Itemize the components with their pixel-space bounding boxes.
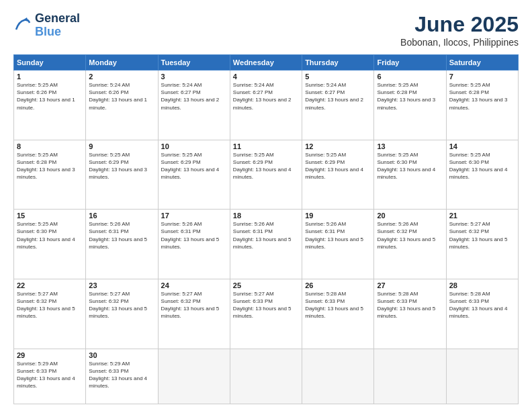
day-info: Sunrise: 5:25 AMSunset: 6:29 PMDaylight:… [305, 151, 371, 181]
calendar-table: Sunday Monday Tuesday Wednesday Thursday… [13, 54, 519, 404]
day-number: 20 [377, 212, 443, 220]
table-row [302, 349, 374, 404]
day-info: Sunrise: 5:24 AMSunset: 6:27 PMDaylight:… [305, 81, 371, 111]
header-sunday: Sunday [14, 55, 86, 71]
table-row: 23Sunrise: 5:27 AMSunset: 6:32 PMDayligh… [86, 279, 158, 349]
day-info: Sunrise: 5:25 AMSunset: 6:28 PMDaylight:… [377, 81, 443, 111]
table-row [374, 349, 446, 404]
table-row: 11Sunrise: 5:25 AMSunset: 6:29 PMDayligh… [230, 140, 302, 210]
table-row: 1Sunrise: 5:25 AMSunset: 6:26 PMDaylight… [14, 71, 86, 140]
table-row: 18Sunrise: 5:26 AMSunset: 6:31 PMDayligh… [230, 210, 302, 279]
table-row: 2Sunrise: 5:24 AMSunset: 6:26 PMDaylight… [86, 71, 158, 140]
header-monday: Monday [86, 55, 158, 71]
table-row: 24Sunrise: 5:27 AMSunset: 6:32 PMDayligh… [158, 279, 230, 349]
day-info: Sunrise: 5:27 AMSunset: 6:33 PMDaylight:… [233, 290, 299, 320]
day-number: 24 [161, 281, 227, 289]
day-number: 12 [305, 142, 371, 150]
table-row: 26Sunrise: 5:28 AMSunset: 6:33 PMDayligh… [302, 279, 374, 349]
day-number: 2 [89, 73, 154, 81]
day-info: Sunrise: 5:27 AMSunset: 6:32 PMDaylight:… [17, 290, 83, 320]
day-info: Sunrise: 5:25 AMSunset: 6:29 PMDaylight:… [233, 151, 299, 181]
logo-text: General Blue [35, 12, 80, 39]
calendar-week-row: 1Sunrise: 5:25 AMSunset: 6:26 PMDaylight… [14, 71, 519, 140]
day-number: 4 [233, 73, 299, 81]
header-tuesday: Tuesday [158, 55, 230, 71]
table-row: 17Sunrise: 5:26 AMSunset: 6:31 PMDayligh… [158, 210, 230, 279]
day-number: 17 [161, 212, 227, 220]
header: General Blue June 2025 Bobonan, Ilocos, … [13, 12, 519, 48]
day-number: 10 [161, 142, 227, 150]
table-row: 12Sunrise: 5:25 AMSunset: 6:29 PMDayligh… [302, 140, 374, 210]
table-row: 6Sunrise: 5:25 AMSunset: 6:28 PMDaylight… [374, 71, 446, 140]
day-number: 9 [89, 142, 154, 150]
day-info: Sunrise: 5:25 AMSunset: 6:30 PMDaylight:… [449, 151, 515, 181]
day-info: Sunrise: 5:25 AMSunset: 6:26 PMDaylight:… [17, 81, 83, 111]
day-number: 3 [161, 73, 227, 81]
day-number: 21 [449, 212, 515, 220]
day-number: 15 [17, 212, 83, 220]
calendar-week-row: 29Sunrise: 5:29 AMSunset: 6:33 PMDayligh… [14, 349, 519, 404]
day-info: Sunrise: 5:27 AMSunset: 6:32 PMDaylight:… [449, 220, 515, 250]
table-row: 5Sunrise: 5:24 AMSunset: 6:27 PMDaylight… [302, 71, 374, 140]
logo: General Blue [13, 12, 80, 39]
day-info: Sunrise: 5:25 AMSunset: 6:29 PMDaylight:… [161, 151, 227, 181]
table-row: 9Sunrise: 5:25 AMSunset: 6:29 PMDaylight… [86, 140, 158, 210]
table-row: 10Sunrise: 5:25 AMSunset: 6:29 PMDayligh… [158, 140, 230, 210]
logo-line2: Blue [35, 26, 80, 39]
title-block: June 2025 Bobonan, Ilocos, Philippines [400, 12, 519, 48]
logo-icon [13, 16, 32, 35]
day-info: Sunrise: 5:24 AMSunset: 6:27 PMDaylight:… [233, 81, 299, 111]
table-row: 22Sunrise: 5:27 AMSunset: 6:32 PMDayligh… [14, 279, 86, 349]
day-number: 29 [17, 351, 83, 359]
day-info: Sunrise: 5:26 AMSunset: 6:31 PMDaylight:… [89, 220, 154, 250]
table-row [158, 349, 230, 404]
day-number: 18 [233, 212, 299, 220]
table-row: 21Sunrise: 5:27 AMSunset: 6:32 PMDayligh… [446, 210, 518, 279]
table-row: 30Sunrise: 5:29 AMSunset: 6:33 PMDayligh… [86, 349, 158, 404]
svg-rect-0 [13, 16, 32, 35]
table-row: 15Sunrise: 5:25 AMSunset: 6:30 PMDayligh… [14, 210, 86, 279]
day-info: Sunrise: 5:27 AMSunset: 6:32 PMDaylight:… [161, 290, 227, 320]
table-row [446, 349, 518, 404]
day-info: Sunrise: 5:24 AMSunset: 6:26 PMDaylight:… [89, 81, 154, 111]
page: General Blue June 2025 Bobonan, Ilocos, … [0, 0, 532, 411]
day-info: Sunrise: 5:29 AMSunset: 6:33 PMDaylight:… [17, 360, 83, 390]
day-number: 5 [305, 73, 371, 81]
day-info: Sunrise: 5:26 AMSunset: 6:31 PMDaylight:… [161, 220, 227, 250]
day-number: 30 [89, 351, 154, 359]
weekday-header-row: Sunday Monday Tuesday Wednesday Thursday… [14, 55, 519, 71]
table-row: 19Sunrise: 5:26 AMSunset: 6:31 PMDayligh… [302, 210, 374, 279]
day-number: 25 [233, 281, 299, 289]
table-row: 7Sunrise: 5:25 AMSunset: 6:28 PMDaylight… [446, 71, 518, 140]
day-number: 19 [305, 212, 371, 220]
day-number: 6 [377, 73, 443, 81]
day-info: Sunrise: 5:24 AMSunset: 6:27 PMDaylight:… [161, 81, 227, 111]
day-info: Sunrise: 5:29 AMSunset: 6:33 PMDaylight:… [89, 360, 154, 390]
day-info: Sunrise: 5:25 AMSunset: 6:30 PMDaylight:… [377, 151, 443, 181]
day-number: 16 [89, 212, 154, 220]
table-row: 8Sunrise: 5:25 AMSunset: 6:28 PMDaylight… [14, 140, 86, 210]
logo-line1: General [35, 12, 80, 26]
day-number: 8 [17, 142, 83, 150]
location-title: Bobonan, Ilocos, Philippines [400, 37, 519, 48]
day-info: Sunrise: 5:25 AMSunset: 6:30 PMDaylight:… [17, 220, 83, 250]
table-row: 4Sunrise: 5:24 AMSunset: 6:27 PMDaylight… [230, 71, 302, 140]
day-number: 7 [449, 73, 515, 81]
day-number: 11 [233, 142, 299, 150]
day-number: 27 [377, 281, 443, 289]
day-info: Sunrise: 5:25 AMSunset: 6:29 PMDaylight:… [89, 151, 154, 181]
day-number: 26 [305, 281, 371, 289]
table-row: 16Sunrise: 5:26 AMSunset: 6:31 PMDayligh… [86, 210, 158, 279]
header-thursday: Thursday [302, 55, 374, 71]
day-number: 1 [17, 73, 83, 81]
day-info: Sunrise: 5:28 AMSunset: 6:33 PMDaylight:… [377, 290, 443, 320]
day-info: Sunrise: 5:26 AMSunset: 6:31 PMDaylight:… [305, 220, 371, 250]
month-title: June 2025 [400, 12, 519, 37]
table-row: 27Sunrise: 5:28 AMSunset: 6:33 PMDayligh… [374, 279, 446, 349]
day-info: Sunrise: 5:28 AMSunset: 6:33 PMDaylight:… [449, 290, 515, 320]
calendar-week-row: 15Sunrise: 5:25 AMSunset: 6:30 PMDayligh… [14, 210, 519, 279]
calendar-week-row: 8Sunrise: 5:25 AMSunset: 6:28 PMDaylight… [14, 140, 519, 210]
header-friday: Friday [374, 55, 446, 71]
day-number: 28 [449, 281, 515, 289]
day-number: 22 [17, 281, 83, 289]
